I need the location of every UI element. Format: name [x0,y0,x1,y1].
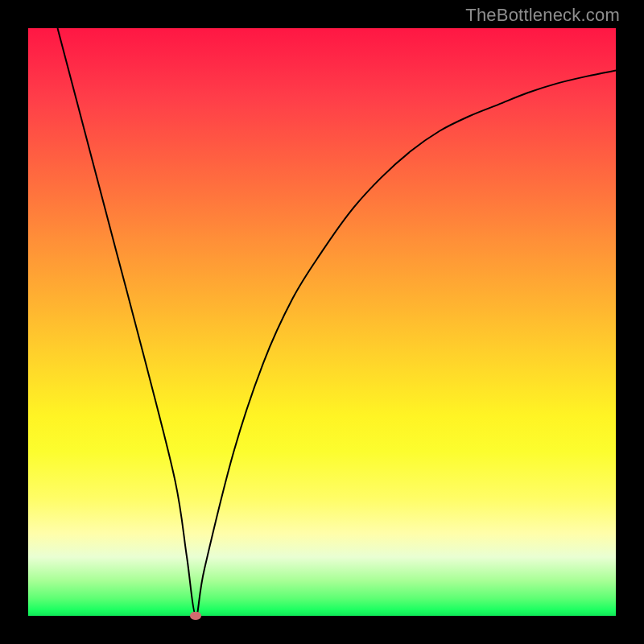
chart-stage: TheBottleneck.com [0,0,644,644]
watermark-text: TheBottleneck.com [465,5,620,26]
curve-svg [28,28,616,616]
plot-area [28,28,616,616]
minimum-marker [190,612,201,620]
bottleneck-curve-path [58,28,617,616]
